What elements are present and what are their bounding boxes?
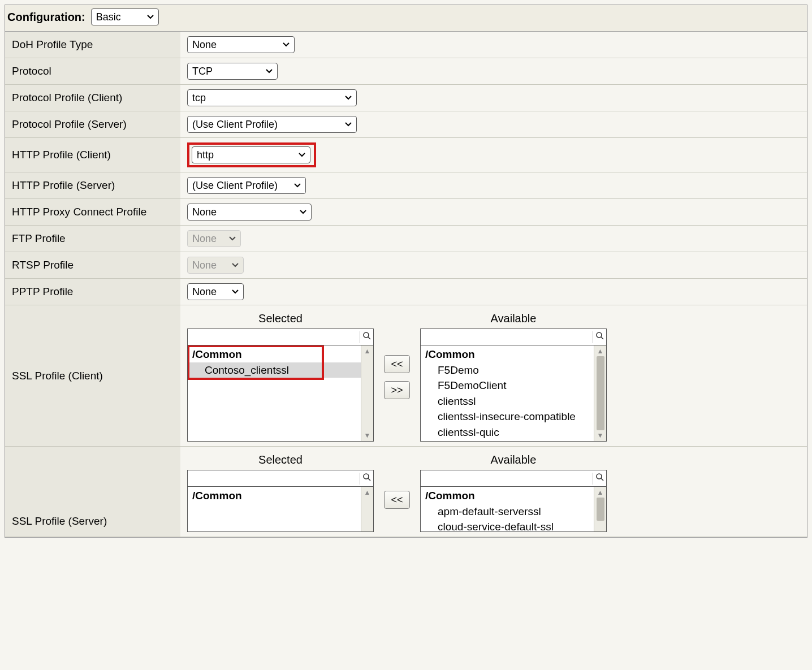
chevron-up-icon[interactable]: ▲ bbox=[597, 489, 604, 496]
ssl-server-selected-list[interactable]: /Common ▲ ▼ bbox=[187, 487, 374, 532]
search-icon bbox=[360, 473, 373, 485]
scrollbar[interactable]: ▲ ▼ bbox=[594, 487, 606, 531]
list-item[interactable]: apm-default-serverssl bbox=[421, 504, 594, 520]
ssl-client-selected-search[interactable] bbox=[187, 328, 374, 345]
chevron-down-icon[interactable]: ▼ bbox=[597, 431, 604, 439]
http-profile-server-label: HTTP Profile (Server) bbox=[5, 172, 180, 199]
ssl-client-available-list[interactable]: /Common F5Demo F5DemoClient clientssl cl… bbox=[420, 345, 607, 442]
search-icon bbox=[593, 331, 606, 343]
move-left-button[interactable]: << bbox=[384, 491, 410, 509]
list-item[interactable]: F5Demo bbox=[421, 362, 594, 378]
available-header: Available bbox=[420, 451, 607, 470]
protocol-profile-client-select[interactable]: tcp bbox=[187, 89, 357, 106]
ssl-client-available-search-input[interactable] bbox=[421, 331, 593, 343]
list-item[interactable]: cloud-service-default-ssl bbox=[421, 519, 594, 531]
ssl-client-available-search[interactable] bbox=[420, 328, 607, 345]
chevron-down-icon[interactable]: ▼ bbox=[364, 431, 371, 439]
list-item[interactable]: clientssl bbox=[421, 394, 594, 409]
ssl-client-selected-column: Selected /Common bbox=[187, 310, 374, 442]
list-folder: /Common bbox=[421, 345, 594, 362]
protocol-profile-client-label: Protocol Profile (Client) bbox=[5, 85, 180, 111]
svg-point-2 bbox=[597, 332, 602, 338]
configuration-label: Configuration: bbox=[7, 11, 85, 24]
config-form: DoH Profile Type None Protocol TCP Proto… bbox=[5, 32, 807, 537]
http-profile-client-label: HTTP Profile (Client) bbox=[5, 138, 180, 172]
rtsp-profile-select: None bbox=[187, 257, 244, 274]
protocol-select[interactable]: TCP bbox=[187, 63, 278, 80]
ssl-server-transfer-buttons: << bbox=[384, 491, 410, 509]
svg-line-5 bbox=[368, 478, 370, 481]
configuration-mode-select[interactable]: Basic bbox=[91, 8, 159, 25]
protocol-label: Protocol bbox=[5, 58, 180, 85]
chevron-up-icon[interactable]: ▲ bbox=[597, 347, 604, 355]
doh-profile-type-label: DoH Profile Type bbox=[5, 32, 180, 58]
ssl-client-selected-search-input[interactable] bbox=[188, 331, 360, 343]
ssl-server-available-list[interactable]: /Common apm-default-serverssl cloud-serv… bbox=[420, 487, 607, 532]
pptp-profile-label: PPTP Profile bbox=[5, 279, 180, 305]
available-header: Available bbox=[420, 310, 607, 328]
ftp-profile-label: FTP Profile bbox=[5, 226, 180, 252]
selected-header: Selected bbox=[187, 310, 374, 328]
list-item[interactable]: clientssl-quic bbox=[421, 425, 594, 440]
ssl-server-available-search-input[interactable] bbox=[421, 473, 593, 485]
protocol-profile-server-label: Protocol Profile (Server) bbox=[5, 111, 180, 138]
ftp-profile-select: None bbox=[187, 230, 241, 247]
ssl-server-selected-column: Selected /Common bbox=[187, 451, 374, 532]
selected-header: Selected bbox=[187, 451, 374, 470]
list-folder: /Common bbox=[421, 487, 594, 504]
pptp-profile-select[interactable]: None bbox=[187, 283, 244, 300]
scrollbar[interactable]: ▲ ▼ bbox=[594, 345, 606, 441]
list-item[interactable]: clientssl-secure bbox=[421, 440, 594, 441]
chevron-up-icon[interactable]: ▲ bbox=[364, 347, 371, 355]
http-profile-client-select[interactable]: http bbox=[192, 146, 310, 163]
scrollbar[interactable]: ▲ ▼ bbox=[361, 345, 373, 441]
chevron-up-icon[interactable]: ▲ bbox=[364, 489, 371, 496]
svg-point-6 bbox=[597, 474, 602, 479]
http-proxy-connect-select[interactable]: None bbox=[187, 204, 312, 221]
http-profile-server-select[interactable]: (Use Client Profile) bbox=[187, 177, 306, 194]
ssl-profile-server-label: SSL Profile (Server) bbox=[5, 447, 180, 537]
rtsp-profile-label: RTSP Profile bbox=[5, 252, 180, 279]
doh-profile-type-select[interactable]: None bbox=[187, 36, 295, 53]
list-item[interactable]: F5DemoClient bbox=[421, 378, 594, 394]
svg-line-3 bbox=[601, 337, 603, 339]
ssl-server-dual-list: Selected /Common bbox=[187, 451, 800, 532]
list-folder: /Common bbox=[188, 345, 361, 362]
svg-line-1 bbox=[368, 337, 370, 339]
ssl-server-selected-search[interactable] bbox=[187, 470, 374, 487]
list-folder: /Common bbox=[188, 487, 361, 504]
list-item[interactable]: clientssl-insecure-compatible bbox=[421, 409, 594, 425]
svg-point-4 bbox=[364, 474, 369, 479]
move-right-button[interactable]: >> bbox=[384, 381, 410, 399]
search-icon bbox=[593, 473, 606, 485]
ssl-client-selected-list[interactable]: /Common Contoso_clientssl ▲ ▼ bbox=[187, 345, 374, 442]
ssl-client-transfer-buttons: << >> bbox=[384, 355, 410, 399]
http-proxy-connect-label: HTTP Proxy Connect Profile bbox=[5, 199, 180, 226]
move-left-button[interactable]: << bbox=[384, 355, 410, 373]
ssl-server-available-column: Available /Common apm-default-se bbox=[420, 451, 607, 532]
search-icon bbox=[360, 331, 373, 343]
ssl-client-dual-list: Selected /Common bbox=[187, 310, 800, 442]
svg-point-0 bbox=[364, 332, 369, 338]
configuration-bar: Configuration: Basic bbox=[5, 5, 807, 32]
ssl-profile-client-label: SSL Profile (Client) bbox=[5, 305, 180, 447]
list-item[interactable]: Contoso_clientssl bbox=[188, 362, 361, 378]
svg-line-7 bbox=[601, 478, 603, 481]
protocol-profile-server-select[interactable]: (Use Client Profile) bbox=[187, 116, 357, 133]
http-profile-client-highlight: http bbox=[187, 142, 316, 167]
ssl-server-selected-search-input[interactable] bbox=[188, 473, 360, 485]
ssl-client-available-column: Available /Common F5Demo bbox=[420, 310, 607, 442]
ssl-server-available-search[interactable] bbox=[420, 470, 607, 487]
scrollbar[interactable]: ▲ ▼ bbox=[361, 487, 373, 531]
